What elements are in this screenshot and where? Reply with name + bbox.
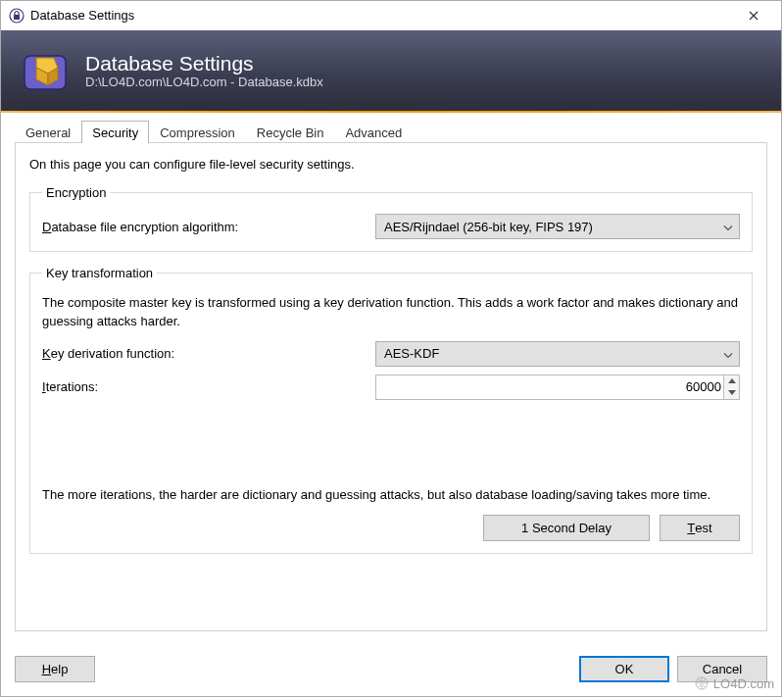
accent-bar xyxy=(1,111,781,113)
ok-button[interactable]: OK xyxy=(579,656,669,682)
window-title: Database Settings xyxy=(30,8,134,23)
chevron-down-icon xyxy=(723,220,733,234)
svg-marker-7 xyxy=(728,390,736,395)
chevron-down-icon xyxy=(723,346,733,361)
tab-general[interactable]: General xyxy=(15,121,81,143)
iterations-label: Iterations: xyxy=(42,379,375,394)
page-intro: On this page you can configure file-leve… xyxy=(29,157,753,172)
tab-strip: General Security Compression Recycle Bin… xyxy=(15,121,767,143)
lock-icon xyxy=(9,8,24,24)
banner-title: Database Settings xyxy=(85,52,323,75)
tab-security[interactable]: Security xyxy=(81,121,149,143)
kdf-select[interactable]: AES-KDF xyxy=(375,341,740,367)
tab-compression[interactable]: Compression xyxy=(149,121,246,143)
banner-subtitle: D:\LO4D.com\LO4D.com - Database.kdbx xyxy=(85,75,323,89)
tab-advanced[interactable]: Advanced xyxy=(334,121,413,143)
iterations-value: 60000 xyxy=(686,379,721,394)
encryption-algorithm-label: Database file encryption algorithm: xyxy=(42,220,375,234)
encryption-algorithm-select[interactable]: AES/Rijndael (256-bit key, FIPS 197) xyxy=(375,214,740,239)
test-button[interactable]: Test xyxy=(660,515,740,541)
triangle-up-icon xyxy=(728,378,736,383)
help-button[interactable]: Help xyxy=(15,656,95,682)
group-key-transformation-legend: Key transformation xyxy=(42,266,157,280)
banner: Database Settings D:\LO4D.com\LO4D.com -… xyxy=(1,30,781,111)
package-icon xyxy=(19,44,72,97)
iterations-note: The more iterations, the harder are dict… xyxy=(42,486,740,505)
one-second-delay-button[interactable]: 1 Second Delay xyxy=(483,515,650,541)
svg-marker-6 xyxy=(728,378,736,383)
tab-panel-security: On this page you can configure file-leve… xyxy=(15,142,767,631)
encryption-algorithm-value: AES/Rijndael (256-bit key, FIPS 197) xyxy=(384,220,593,234)
close-icon xyxy=(749,11,759,21)
svg-rect-1 xyxy=(14,15,20,20)
kdf-value: AES-KDF xyxy=(384,346,439,361)
close-button[interactable] xyxy=(734,2,773,29)
group-encryption-legend: Encryption xyxy=(42,185,110,200)
triangle-down-icon xyxy=(728,390,736,395)
kdf-label: Key derivation function: xyxy=(42,346,375,361)
group-key-transformation: Key transformation The composite master … xyxy=(29,266,753,554)
kdf-description: The composite master key is transformed … xyxy=(42,294,740,331)
group-encryption: Encryption Database file encryption algo… xyxy=(29,185,753,252)
cancel-button[interactable]: Cancel xyxy=(677,656,767,682)
tab-recycle-bin[interactable]: Recycle Bin xyxy=(246,121,335,143)
spin-down-button[interactable] xyxy=(724,387,739,399)
spin-up-button[interactable] xyxy=(724,375,739,387)
iterations-input[interactable]: 60000 xyxy=(375,374,740,400)
